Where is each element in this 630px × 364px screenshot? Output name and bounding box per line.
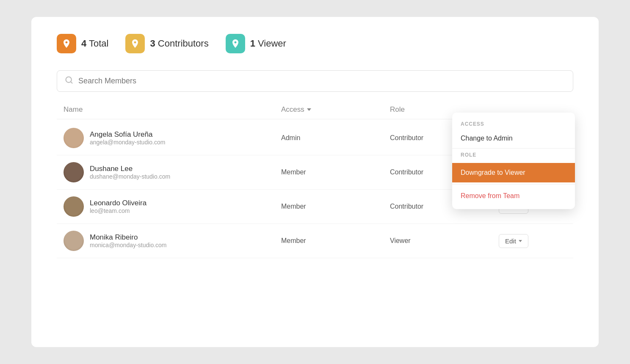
edit-button-monika[interactable]: Edit <box>499 234 528 248</box>
access-dushane: Member <box>281 168 390 176</box>
stat-total: 4 Total <box>57 34 108 53</box>
search-icon <box>65 76 73 86</box>
access-sort-icon <box>307 108 311 111</box>
member-name-dushane: Dushane Lee <box>90 165 170 173</box>
access-angela: Admin <box>281 134 390 142</box>
stats-row: 4 Total 3 Contributors 1 Viewer <box>57 34 573 53</box>
chevron-down-icon <box>519 240 522 242</box>
dropdown-divider-1 <box>452 148 575 149</box>
member-email-monika: monica@monday-studio.com <box>90 242 167 248</box>
actions-monika: Edit <box>499 234 566 248</box>
total-icon <box>57 34 76 53</box>
remove-from-team-item[interactable]: Remove from Team <box>452 186 575 206</box>
dropdown-divider-2 <box>452 184 575 185</box>
context-dropdown: ACCESS Change to Admin ROLE Downgrade to… <box>452 113 575 209</box>
search-bar <box>57 70 573 92</box>
access-monika: Member <box>281 237 390 245</box>
member-info-angela: Angela Sofía Ureña angela@monday-studio.… <box>64 128 281 148</box>
stat-contributors-label: 3 Contributors <box>150 38 208 49</box>
stat-total-label: 4 Total <box>81 38 108 49</box>
member-info-monika: Monika Ribeiro monica@monday-studio.com <box>64 231 281 251</box>
avatar-monika <box>64 231 84 251</box>
member-email-leo: leo@team.com <box>90 207 146 214</box>
member-email-angela: angela@monday-studio.com <box>90 139 165 146</box>
col-access[interactable]: Access <box>281 105 390 114</box>
member-info-dushane: Dushane Lee dushane@monday-studio.com <box>64 162 281 182</box>
downgrade-to-viewer-item[interactable]: Downgrade to Viewer <box>452 163 575 182</box>
member-name-angela: Angela Sofía Ureña <box>90 130 165 139</box>
col-name: Name <box>64 105 281 114</box>
search-input[interactable] <box>78 77 565 85</box>
viewers-icon <box>226 34 245 53</box>
contributors-icon <box>125 34 145 53</box>
dropdown-access-label: ACCESS <box>452 119 575 130</box>
stat-viewers: 1 Viewer <box>226 34 286 53</box>
svg-line-1 <box>71 82 72 83</box>
avatar-dushane <box>64 162 84 182</box>
stat-viewers-label: 1 Viewer <box>250 38 286 49</box>
access-leo: Member <box>281 203 390 210</box>
member-email-dushane: dushane@monday-studio.com <box>90 173 170 180</box>
stat-contributors: 3 Contributors <box>125 34 208 53</box>
member-info-leo: Leonardo Oliveira leo@team.com <box>64 196 281 217</box>
table-row: Angela Sofía Ureña angela@monday-studio.… <box>57 121 573 155</box>
member-name-monika: Monika Ribeiro <box>90 233 167 242</box>
role-monika: Viewer <box>390 237 499 245</box>
dropdown-role-label: ROLE <box>452 150 575 161</box>
avatar-leo <box>64 196 84 217</box>
main-card: 4 Total 3 Contributors 1 Viewer Name Acc… <box>31 17 599 347</box>
avatar-angela <box>64 128 84 148</box>
member-name-leo: Leonardo Oliveira <box>90 199 146 207</box>
change-to-admin-item[interactable]: Change to Admin <box>452 130 575 146</box>
table-row: Monika Ribeiro monica@monday-studio.com … <box>57 224 573 258</box>
